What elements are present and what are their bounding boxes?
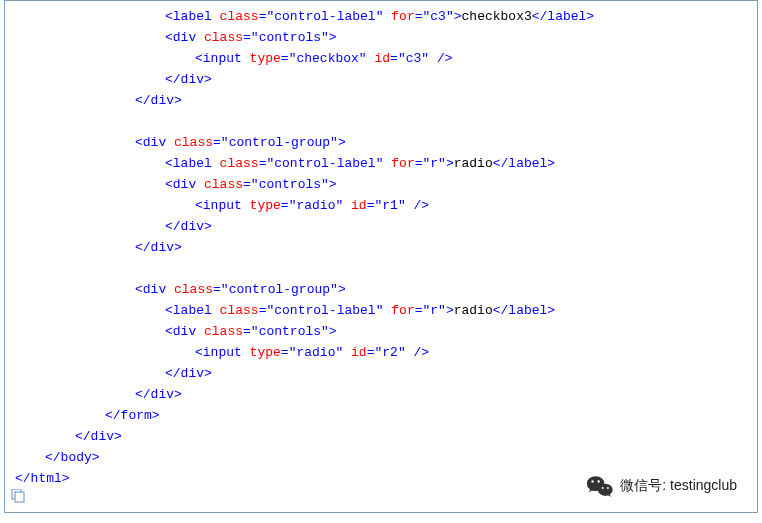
svg-point-7 <box>607 487 609 489</box>
attr-name: class <box>220 9 259 24</box>
code-line: </div> <box>15 426 757 447</box>
tag-open: <label <box>165 9 220 24</box>
code-line: <label class="control-label" for="r">rad… <box>15 153 757 174</box>
svg-rect-1 <box>15 492 24 502</box>
blank-line <box>15 258 757 279</box>
code-line: <label class="control-label" for="c3">ch… <box>15 6 757 27</box>
code-line: <div class="control-group"> <box>15 132 757 153</box>
code-line: <input type="radio" id="r2" /> <box>15 342 757 363</box>
code-line: </div> <box>15 69 757 90</box>
code-line: <div class="controls"> <box>15 321 757 342</box>
code-block: <label class="control-label" for="c3">ch… <box>4 0 758 513</box>
code-line: </div> <box>15 90 757 111</box>
blank-line <box>15 111 757 132</box>
text-content: checkbox3 <box>462 9 532 24</box>
code-line: </body> <box>15 447 757 468</box>
copy-icon[interactable] <box>10 489 26 503</box>
wechat-badge: 微信号: testingclub <box>586 474 737 498</box>
code-line: <input type="radio" id="r1" /> <box>15 195 757 216</box>
attr-val: "control-label" <box>266 9 383 24</box>
svg-point-4 <box>598 480 600 482</box>
code-line: <input type="checkbox" id="c3" /> <box>15 48 757 69</box>
code-line: <label class="control-label" for="r">rad… <box>15 300 757 321</box>
code-line: <div class="controls"> <box>15 174 757 195</box>
wechat-icon <box>586 474 614 498</box>
code-line: <div class="controls"> <box>15 27 757 48</box>
code-line: <div class="control-group"> <box>15 279 757 300</box>
code-line: </form> <box>15 405 757 426</box>
wechat-text: 微信号: testingclub <box>620 477 737 495</box>
code-line: </div> <box>15 363 757 384</box>
svg-point-5 <box>598 484 613 496</box>
code-line: </div> <box>15 384 757 405</box>
svg-point-6 <box>602 487 604 489</box>
code-line: </div> <box>15 237 757 258</box>
code-line: </div> <box>15 216 757 237</box>
svg-point-3 <box>592 480 594 482</box>
